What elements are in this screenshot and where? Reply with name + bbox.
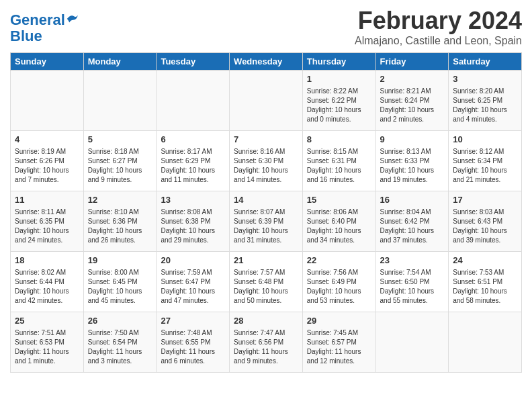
- day-info: Sunrise: 7:56 AMSunset: 6:49 PMDaylight:…: [307, 268, 371, 306]
- calendar-week-row: 18Sunrise: 8:02 AMSunset: 6:44 PMDayligh…: [11, 252, 522, 312]
- day-info: Sunrise: 8:22 AMSunset: 6:22 PMDaylight:…: [307, 87, 371, 124]
- calendar-cell: [230, 71, 303, 131]
- header-sunday: Sunday: [11, 53, 84, 71]
- day-number: 8: [307, 134, 371, 146]
- logo-line1: General: [10, 11, 65, 28]
- day-number: 15: [307, 194, 371, 206]
- calendar-cell: 16Sunrise: 8:04 AMSunset: 6:42 PMDayligh…: [375, 191, 449, 252]
- calendar-week-row: 25Sunrise: 7:51 AMSunset: 6:53 PMDayligh…: [11, 312, 522, 373]
- calendar-week-row: 1Sunrise: 8:22 AMSunset: 6:22 PMDaylight…: [11, 71, 522, 131]
- day-info: Sunrise: 8:20 AMSunset: 6:25 PMDaylight:…: [453, 87, 517, 124]
- day-number: 10: [453, 134, 517, 146]
- calendar-cell: [11, 71, 84, 131]
- calendar-cell: [83, 71, 157, 131]
- day-info: Sunrise: 8:13 AMSunset: 6:33 PMDaylight:…: [380, 147, 445, 185]
- header-friday: Friday: [375, 53, 449, 71]
- calendar-cell: 11Sunrise: 8:11 AMSunset: 6:35 PMDayligh…: [11, 191, 84, 252]
- day-number: 13: [161, 194, 225, 206]
- day-info: Sunrise: 8:11 AMSunset: 6:35 PMDaylight:…: [15, 208, 79, 245]
- day-info: Sunrise: 7:50 AMSunset: 6:54 PMDaylight:…: [88, 328, 152, 366]
- day-number: 22: [307, 255, 371, 267]
- logo-line2-text: Blue: [10, 28, 78, 44]
- day-info: Sunrise: 8:17 AMSunset: 6:29 PMDaylight:…: [161, 147, 225, 185]
- day-number: 11: [15, 194, 79, 206]
- header-thursday: Thursday: [302, 53, 375, 71]
- day-info: Sunrise: 7:45 AMSunset: 6:57 PMDaylight:…: [307, 328, 371, 366]
- calendar-cell: 15Sunrise: 8:06 AMSunset: 6:40 PMDayligh…: [302, 191, 375, 252]
- calendar-cell: 19Sunrise: 8:00 AMSunset: 6:45 PMDayligh…: [83, 252, 157, 312]
- day-number: 23: [380, 255, 445, 267]
- day-number: 9: [380, 134, 445, 146]
- calendar-cell: 23Sunrise: 7:54 AMSunset: 6:50 PMDayligh…: [375, 252, 449, 312]
- location-title: Almajano, Castille and Leon, Spain: [355, 35, 522, 47]
- calendar-cell: 7Sunrise: 8:16 AMSunset: 6:30 PMDaylight…: [230, 131, 303, 191]
- calendar-cell: 25Sunrise: 7:51 AMSunset: 6:53 PMDayligh…: [11, 312, 84, 373]
- calendar-cell: 29Sunrise: 7:45 AMSunset: 6:57 PMDayligh…: [302, 312, 375, 373]
- day-number: 16: [380, 194, 445, 206]
- day-info: Sunrise: 8:03 AMSunset: 6:43 PMDaylight:…: [453, 208, 517, 245]
- day-number: 7: [234, 134, 298, 146]
- day-number: 5: [88, 134, 152, 146]
- day-number: 25: [15, 315, 79, 327]
- day-info: Sunrise: 8:18 AMSunset: 6:27 PMDaylight:…: [88, 147, 152, 185]
- calendar-cell: 28Sunrise: 7:47 AMSunset: 6:56 PMDayligh…: [230, 312, 303, 373]
- header-saturday: Saturday: [449, 53, 522, 71]
- day-number: 24: [453, 255, 517, 267]
- day-number: 17: [453, 194, 517, 206]
- day-info: Sunrise: 8:00 AMSunset: 6:45 PMDaylight:…: [88, 268, 152, 306]
- day-number: 14: [234, 194, 298, 206]
- day-info: Sunrise: 7:51 AMSunset: 6:53 PMDaylight:…: [15, 328, 79, 366]
- calendar-cell: 8Sunrise: 8:15 AMSunset: 6:31 PMDaylight…: [302, 131, 375, 191]
- calendar-cell: 6Sunrise: 8:17 AMSunset: 6:29 PMDaylight…: [157, 131, 230, 191]
- calendar-cell: 27Sunrise: 7:48 AMSunset: 6:55 PMDayligh…: [157, 312, 230, 373]
- calendar-week-row: 4Sunrise: 8:19 AMSunset: 6:26 PMDaylight…: [11, 131, 522, 191]
- day-info: Sunrise: 8:06 AMSunset: 6:40 PMDaylight:…: [307, 208, 371, 245]
- calendar-cell: 18Sunrise: 8:02 AMSunset: 6:44 PMDayligh…: [11, 252, 84, 312]
- calendar-cell: 5Sunrise: 8:18 AMSunset: 6:27 PMDaylight…: [83, 131, 157, 191]
- calendar-cell: 10Sunrise: 8:12 AMSunset: 6:34 PMDayligh…: [449, 131, 522, 191]
- calendar-cell: 1Sunrise: 8:22 AMSunset: 6:22 PMDaylight…: [302, 71, 375, 131]
- day-info: Sunrise: 8:12 AMSunset: 6:34 PMDaylight:…: [453, 147, 517, 185]
- day-number: 6: [161, 134, 225, 146]
- calendar-cell: 2Sunrise: 8:21 AMSunset: 6:24 PMDaylight…: [375, 71, 449, 131]
- calendar-cell: 13Sunrise: 8:08 AMSunset: 6:38 PMDayligh…: [157, 191, 230, 252]
- logo-line2: Blue: [10, 28, 42, 44]
- calendar-table: SundayMondayTuesdayWednesdayThursdayFrid…: [10, 52, 522, 373]
- header-tuesday: Tuesday: [157, 53, 230, 71]
- logo-text: General: [10, 12, 78, 28]
- calendar-cell: 12Sunrise: 8:10 AMSunset: 6:36 PMDayligh…: [83, 191, 157, 252]
- day-info: Sunrise: 8:19 AMSunset: 6:26 PMDaylight:…: [15, 147, 79, 185]
- calendar-cell: 26Sunrise: 7:50 AMSunset: 6:54 PMDayligh…: [83, 312, 157, 373]
- day-number: 28: [234, 315, 298, 327]
- calendar-cell: [449, 312, 522, 373]
- day-info: Sunrise: 7:53 AMSunset: 6:51 PMDaylight:…: [453, 268, 517, 306]
- day-info: Sunrise: 7:59 AMSunset: 6:47 PMDaylight:…: [161, 268, 225, 306]
- calendar-cell: 9Sunrise: 8:13 AMSunset: 6:33 PMDaylight…: [375, 131, 449, 191]
- calendar-cell: [157, 71, 230, 131]
- day-number: 18: [15, 255, 79, 267]
- day-info: Sunrise: 8:04 AMSunset: 6:42 PMDaylight:…: [380, 208, 445, 245]
- day-info: Sunrise: 8:07 AMSunset: 6:39 PMDaylight:…: [234, 208, 298, 245]
- day-info: Sunrise: 7:47 AMSunset: 6:56 PMDaylight:…: [234, 328, 298, 366]
- day-info: Sunrise: 7:57 AMSunset: 6:48 PMDaylight:…: [234, 268, 298, 306]
- calendar-cell: 14Sunrise: 8:07 AMSunset: 6:39 PMDayligh…: [230, 191, 303, 252]
- day-number: 2: [380, 73, 445, 85]
- calendar-cell: 21Sunrise: 7:57 AMSunset: 6:48 PMDayligh…: [230, 252, 303, 312]
- calendar-cell: 4Sunrise: 8:19 AMSunset: 6:26 PMDaylight…: [11, 131, 84, 191]
- logo: General Blue: [10, 12, 78, 44]
- calendar-cell: 3Sunrise: 8:20 AMSunset: 6:25 PMDaylight…: [449, 71, 522, 131]
- header: General Blue February 2024 Almajano, Cas…: [10, 7, 522, 47]
- title-area: February 2024 Almajano, Castille and Leo…: [355, 7, 522, 47]
- day-number: 20: [161, 255, 225, 267]
- day-number: 27: [161, 315, 225, 327]
- day-info: Sunrise: 8:16 AMSunset: 6:30 PMDaylight:…: [234, 147, 298, 185]
- day-info: Sunrise: 8:21 AMSunset: 6:24 PMDaylight:…: [380, 87, 445, 124]
- calendar-cell: [375, 312, 449, 373]
- logo-bird-icon: [66, 13, 78, 25]
- day-number: 3: [453, 73, 517, 85]
- calendar-cell: 20Sunrise: 7:59 AMSunset: 6:47 PMDayligh…: [157, 252, 230, 312]
- day-info: Sunrise: 7:48 AMSunset: 6:55 PMDaylight:…: [161, 328, 225, 366]
- day-number: 4: [15, 134, 79, 146]
- day-info: Sunrise: 8:02 AMSunset: 6:44 PMDaylight:…: [15, 268, 79, 306]
- day-info: Sunrise: 8:10 AMSunset: 6:36 PMDaylight:…: [88, 208, 152, 245]
